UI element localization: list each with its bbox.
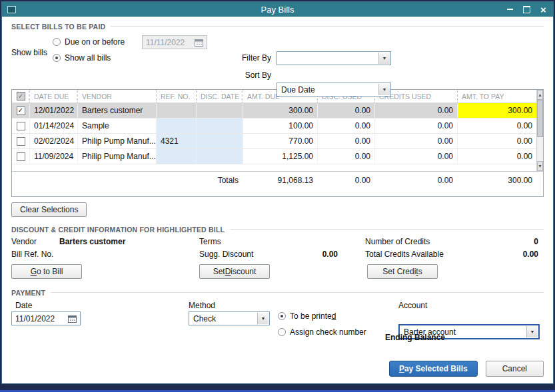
cell-ref-no[interactable] [156, 118, 196, 134]
chevron-down-icon[interactable]: ▼ [378, 53, 390, 64]
pay-bills-window: Pay Bills × SELECT BILLS TO BE PAID Show… [1, 1, 554, 384]
table-row[interactable]: 02/02/2024Philip Pump Manuf...4321770.00… [12, 134, 536, 149]
cell-ref-no[interactable] [156, 149, 196, 164]
payment-method-dropdown[interactable]: Check ▼ [189, 311, 270, 325]
cell-amt-due[interactable]: 300.00 [243, 103, 317, 118]
cell-disc-date[interactable] [196, 149, 243, 164]
bills-table-body: ✓12/01/2022Barters customer300.000.000.0… [12, 103, 536, 164]
radio-icon[interactable] [53, 38, 61, 46]
row-checkbox[interactable] [17, 122, 25, 130]
scroll-up-icon[interactable]: ▲ [537, 90, 543, 100]
assign-check-number-label: Assign check number [290, 327, 366, 337]
cell-ref-no[interactable]: 4321 [156, 134, 196, 149]
cell-disc-used[interactable]: 0.00 [317, 149, 374, 164]
bill-ref-no-label: Bill Ref. No. [11, 250, 53, 259]
assign-check-number-radio[interactable]: Assign check number [278, 327, 366, 337]
due-on-or-before-radio[interactable]: Due on or before [53, 37, 125, 47]
total-amt-to-pay: 300.00 [457, 172, 536, 188]
cell-vendor[interactable]: Barters customer [77, 103, 156, 118]
discount-credit-section-header: DISCOUNT & CREDIT INFORMATION FOR HIGHLI… [11, 225, 544, 234]
cell-amt-to-pay[interactable]: 300.00 [457, 103, 536, 118]
cell-disc-used[interactable]: 0.00 [317, 118, 374, 134]
sort-by-dropdown[interactable]: Due Date ▼ [277, 83, 391, 97]
col-header-ref-no[interactable]: REF. NO. [156, 90, 196, 102]
go-to-bill-button[interactable]: Go to Bill [11, 264, 82, 279]
row-checkbox[interactable] [17, 137, 25, 146]
col-header-vendor[interactable]: VENDOR [77, 90, 156, 102]
scroll-thumb[interactable] [537, 100, 543, 137]
chevron-down-icon[interactable]: ▼ [526, 326, 538, 337]
sugg-discount-value: 0.00 [286, 250, 338, 259]
footer-buttons: Pay Selected Bills Cancel [11, 361, 544, 377]
row-checkbox[interactable] [17, 152, 25, 161]
total-disc-used: 0.00 [317, 172, 374, 188]
calendar-icon[interactable] [68, 315, 77, 323]
payment-date-field[interactable]: 11/01/2022 [11, 311, 81, 325]
scroll-track[interactable] [537, 137, 543, 161]
cell-vendor[interactable]: Philip Pump Manuf... [77, 134, 156, 149]
chevron-down-icon[interactable]: ▼ [378, 84, 390, 95]
cell-vendor[interactable]: Philip Pump Manuf... [77, 149, 156, 164]
table-row[interactable]: ✓12/01/2022Barters customer300.000.000.0… [12, 103, 536, 118]
cell-disc-date[interactable] [196, 103, 243, 118]
row-checkbox[interactable]: ✓ [17, 106, 25, 115]
select-all-checkbox[interactable]: ✓ [17, 92, 25, 100]
set-credits-button[interactable]: Set Credits [367, 264, 438, 279]
cell-ref-no[interactable] [156, 103, 196, 118]
cell-date-due[interactable]: 11/09/2024 [29, 149, 77, 164]
cell-amt-to-pay[interactable]: 0.00 [457, 149, 536, 164]
col-header-amt-to-pay[interactable]: AMT. TO PAY [457, 90, 536, 102]
cell-disc-date[interactable] [196, 134, 243, 149]
show-all-bills-radio[interactable]: Show all bills [53, 53, 111, 63]
cell-amt-to-pay[interactable]: 0.00 [457, 118, 536, 134]
cell-credits-used[interactable]: 0.00 [374, 149, 457, 164]
window-icon[interactable] [7, 6, 16, 13]
cell-date-due[interactable]: 01/14/2024 [29, 118, 77, 134]
chevron-down-icon[interactable]: ▼ [257, 313, 269, 324]
cell-disc-used[interactable]: 0.00 [317, 103, 374, 118]
set-discount-button[interactable]: Set Discount [199, 264, 270, 279]
payment-method-label: Method [189, 301, 215, 310]
cell-amt-due[interactable]: 770.00 [243, 134, 317, 149]
radio-icon[interactable] [53, 54, 61, 62]
scroll-down-icon[interactable]: ▼ [537, 161, 543, 171]
bills-table: ✓ DATE DUE VENDOR REF. NO. DISC. DATE AM… [11, 89, 544, 197]
titlebar: Pay Bills × [2, 2, 553, 17]
cell-date-due[interactable]: 12/01/2022 [29, 103, 77, 118]
radio-icon[interactable] [278, 328, 286, 336]
filter-by-dropdown[interactable]: ▼ [277, 51, 391, 65]
cell-vendor[interactable]: Sample [77, 118, 156, 134]
col-header-date-due[interactable]: DATE DUE [29, 90, 77, 102]
cell-disc-date[interactable] [196, 118, 243, 134]
col-header-disc-date[interactable]: DISC. DATE [196, 90, 243, 102]
vertical-scrollbar[interactable]: ▲ ▼ [536, 90, 543, 171]
cell-disc-used[interactable]: 0.00 [317, 134, 374, 149]
maximize-icon[interactable] [522, 5, 531, 14]
cell-date-due[interactable]: 02/02/2024 [29, 134, 77, 149]
table-filler [12, 164, 536, 171]
cell-credits-used[interactable]: 0.00 [374, 103, 457, 118]
cell-amt-due[interactable]: 100.00 [243, 118, 317, 134]
total-amt-due: 91,068.13 [243, 172, 317, 188]
cancel-button[interactable]: Cancel [486, 361, 544, 377]
select-bills-section-title: SELECT BILLS TO BE PAID [11, 23, 105, 31]
cell-credits-used[interactable]: 0.00 [374, 118, 457, 134]
pay-selected-bills-button[interactable]: Pay Selected Bills [389, 361, 478, 377]
cell-credits-used[interactable]: 0.00 [374, 134, 457, 149]
clear-selections-button[interactable]: Clear Selections [11, 202, 87, 217]
minimize-icon[interactable] [506, 5, 514, 14]
number-of-credits-value: 0 [534, 237, 538, 246]
sort-by-value: Due Date [281, 85, 315, 95]
show-bills-label: Show bills [11, 48, 47, 57]
table-row[interactable]: 11/09/2024Philip Pump Manuf...1,125.000.… [12, 149, 536, 164]
table-row[interactable]: 01/14/2024Sample100.000.000.000.00 [12, 118, 536, 134]
payment-date-label: Date [15, 301, 32, 310]
cell-amt-due[interactable]: 1,125.00 [243, 149, 317, 164]
sugg-discount-label: Sugg. Discount [199, 250, 253, 259]
radio-icon[interactable] [278, 312, 286, 320]
discount-credit-section-title: DISCOUNT & CREDIT INFORMATION FOR HIGHLI… [11, 226, 225, 234]
select-all-column-header[interactable]: ✓ [12, 90, 29, 102]
close-icon[interactable]: × [539, 5, 548, 14]
cell-amt-to-pay[interactable]: 0.00 [457, 134, 536, 149]
to-be-printed-radio[interactable]: To be printed [278, 311, 336, 321]
